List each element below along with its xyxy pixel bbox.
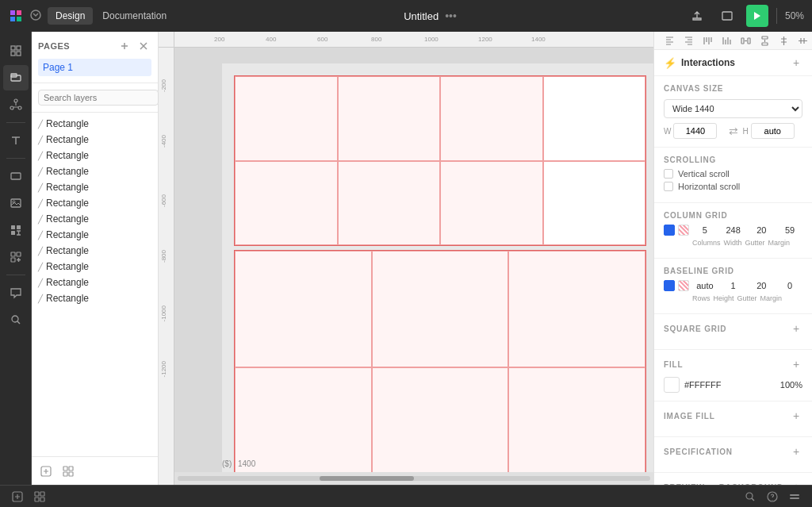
image-tool-button[interactable] — [3, 190, 29, 216]
align-center-h-icon[interactable] — [775, 32, 792, 49]
baseline-grid-margin[interactable]: 0 — [777, 281, 802, 290]
component-tool-button[interactable] — [3, 92, 29, 117]
help-button[interactable] — [764, 489, 780, 505]
comment-tool-button[interactable] — [3, 280, 29, 305]
add-fill-button[interactable]: + — [790, 358, 802, 371]
add-tool-button[interactable] — [3, 244, 29, 270]
search-layers-input[interactable] — [38, 90, 159, 106]
list-item[interactable]: ╱ Rectangle — [32, 259, 158, 275]
grid-tool-button[interactable] — [3, 217, 29, 243]
rectangle-tool-button[interactable] — [3, 163, 29, 189]
horizontal-scroll-label: Horizontal scroll — [678, 182, 740, 191]
tab-documentation[interactable]: Documentation — [94, 7, 174, 25]
align-left-icon[interactable] — [661, 32, 678, 49]
fill-title: FILL — [664, 360, 683, 369]
column-grid-gutter[interactable]: 20 — [749, 225, 775, 235]
play-button[interactable] — [746, 5, 768, 27]
bottom-frame[interactable] — [234, 250, 646, 472]
add-page-button[interactable] — [117, 38, 132, 54]
list-item[interactable]: ╱ Rectangle — [32, 275, 158, 290]
svg-rect-15 — [11, 173, 21, 179]
link-dimensions-icon[interactable]: ⇄ — [729, 125, 738, 137]
text-tool-button[interactable] — [3, 128, 29, 153]
search-canvas-button[interactable] — [3, 307, 29, 332]
top-frame[interactable] — [234, 75, 646, 246]
column-grid-pattern-swatch[interactable] — [678, 225, 689, 236]
baseline-grid-rows[interactable]: auto — [692, 281, 718, 290]
align-bottom-icon[interactable] — [718, 32, 735, 49]
list-item[interactable]: ╱ Rectangle — [32, 243, 158, 259]
column-grid-width[interactable]: 248 — [721, 225, 746, 235]
column-grid-margin[interactable]: 59 — [777, 225, 802, 235]
svg-rect-16 — [11, 199, 21, 207]
canvas-width-input[interactable] — [673, 123, 717, 139]
canvas-area[interactable]: 200 400 600 800 1000 1200 1400 -200 -400… — [159, 32, 653, 485]
svg-rect-19 — [17, 225, 21, 229]
add-layer-button[interactable] — [38, 463, 54, 479]
add-interaction-button[interactable]: + — [790, 56, 802, 69]
column-grid-columns[interactable]: 5 — [692, 225, 718, 235]
list-item[interactable]: ╱ Rectangle — [32, 148, 158, 163]
document-title[interactable]: Untitled — [404, 10, 439, 22]
baseline-grid-gutter[interactable]: 20 — [749, 281, 775, 290]
column-grid-color-swatch[interactable] — [664, 225, 675, 236]
scrollbar-thumb[interactable] — [320, 476, 414, 481]
align-center-v-icon[interactable] — [794, 32, 811, 49]
layer-icon-10: ╱ — [38, 278, 43, 287]
grid-view-bottom-button[interactable] — [32, 489, 48, 505]
grid-cell-top-6 — [440, 161, 543, 246]
grid-cell-bot-5 — [508, 367, 645, 473]
add-specification-button[interactable]: + — [790, 445, 802, 458]
list-item[interactable]: ╱ Rectangle — [32, 227, 158, 243]
title-menu-icon[interactable]: ••• — [445, 10, 457, 22]
list-item[interactable]: ╱ Rectangle — [32, 195, 158, 211]
zoom-fit-button[interactable] — [742, 489, 758, 505]
baseline-grid-color-swatch[interactable] — [664, 280, 675, 291]
baseline-grid-pattern-swatch[interactable] — [678, 280, 689, 291]
grid-view-button[interactable] — [60, 463, 76, 479]
baseline-grid-controls: auto 1 20 0 — [664, 280, 802, 291]
zoom-level[interactable]: 50% — [785, 10, 804, 21]
vertical-scroll-checkbox[interactable] — [664, 169, 673, 179]
canvas-scrollbar[interactable] — [174, 472, 653, 485]
list-item[interactable]: ╱ Rectangle — [32, 132, 158, 148]
add-image-fill-button[interactable]: + — [790, 409, 802, 422]
select-tool-button[interactable] — [3, 65, 29, 90]
page-item-1[interactable]: Page 1 — [38, 59, 151, 76]
fill-opacity-value[interactable]: 100% — [775, 380, 802, 390]
vertical-scroll-row: Vertical scroll — [664, 169, 802, 179]
distribute-h-icon[interactable] — [737, 32, 754, 49]
settings-bottom-button[interactable] — [787, 489, 802, 505]
fill-color-swatch[interactable] — [664, 377, 680, 393]
list-item[interactable]: ╱ Rectangle — [32, 179, 158, 195]
canvas-height-field: H — [743, 123, 803, 139]
add-page-bottom-button[interactable] — [10, 489, 25, 505]
scrollbar-track[interactable] — [178, 476, 650, 481]
frame-tool-button[interactable] — [3, 38, 29, 63]
canvas-height-input[interactable] — [751, 123, 795, 139]
add-square-grid-button[interactable]: + — [790, 322, 802, 335]
align-right-icon[interactable] — [680, 32, 697, 49]
tab-design[interactable]: Design — [48, 7, 93, 25]
baseline-grid-height[interactable]: 1 — [721, 281, 746, 290]
topbar-menu-icon[interactable] — [30, 10, 41, 22]
preview-mode-button[interactable] — [716, 5, 738, 27]
canvas-size-select[interactable]: Wide 1440 Desktop 1280 Mobile 375 — [664, 99, 802, 118]
grid-cell-top-3 — [543, 76, 646, 161]
canvas-viewport[interactable]: ($) 1400 — [174, 48, 653, 472]
list-item[interactable]: ╱ Rectangle — [32, 290, 158, 306]
ruler-v-mark-0: -200 — [160, 79, 167, 92]
svg-rect-22 — [17, 252, 21, 256]
list-item[interactable]: ╱ Rectangle — [32, 211, 158, 227]
share-button[interactable] — [686, 5, 708, 27]
app-logo[interactable] — [8, 8, 24, 24]
layer-icon-8: ╱ — [38, 247, 43, 255]
distribute-v-icon[interactable] — [756, 32, 773, 49]
close-pages-button[interactable] — [136, 38, 151, 54]
fill-hex-value[interactable]: #FFFFFF — [684, 380, 770, 390]
horizontal-scroll-checkbox[interactable] — [664, 182, 673, 191]
list-item[interactable]: ╱ Rectangle — [32, 116, 158, 132]
ruler-v-mark-4: -1000 — [160, 305, 167, 321]
list-item[interactable]: ╱ Rectangle — [32, 163, 158, 179]
align-top-icon[interactable] — [699, 32, 716, 49]
